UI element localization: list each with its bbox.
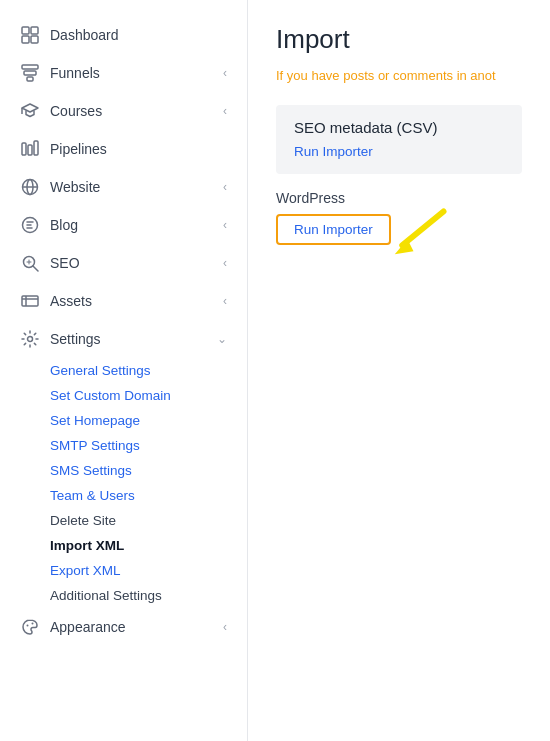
- sidebar-sub-set-custom-domain[interactable]: Set Custom Domain: [50, 383, 247, 408]
- svg-rect-6: [27, 77, 33, 81]
- sidebar-item-website-label: Website: [50, 179, 223, 195]
- sidebar-item-blog[interactable]: Blog ‹: [0, 206, 247, 244]
- svg-rect-3: [31, 36, 38, 43]
- sidebar-item-assets[interactable]: Assets ‹: [0, 282, 247, 320]
- sidebar-item-appearance-label: Appearance: [50, 619, 223, 635]
- blog-chevron-icon: ‹: [223, 218, 227, 232]
- svg-rect-7: [22, 143, 26, 155]
- assets-icon: [20, 291, 40, 311]
- svg-rect-5: [24, 71, 36, 75]
- sidebar-item-website[interactable]: Website ‹: [0, 168, 247, 206]
- wordpress-section: WordPress Run Importer: [276, 190, 522, 245]
- seo-chevron-icon: ‹: [223, 256, 227, 270]
- website-icon: [20, 177, 40, 197]
- svg-line-15: [33, 266, 38, 271]
- sidebar: Dashboard Funnels ‹ Courses ‹: [0, 0, 248, 741]
- sidebar-sub-additional-settings[interactable]: Additional Settings: [50, 583, 247, 608]
- svg-point-21: [28, 337, 33, 342]
- dashboard-icon: [20, 25, 40, 45]
- sidebar-sub-delete-site[interactable]: Delete Site: [50, 508, 247, 533]
- svg-rect-9: [34, 141, 38, 155]
- info-text: If you have posts or comments in anot: [276, 67, 522, 85]
- wordpress-run-importer-button[interactable]: Run Importer: [276, 214, 391, 245]
- assets-chevron-icon: ‹: [223, 294, 227, 308]
- sidebar-sub-smtp-settings[interactable]: SMTP Settings: [50, 433, 247, 458]
- sidebar-sub-general-settings[interactable]: General Settings: [50, 358, 247, 383]
- seo-importer-card: SEO metadata (CSV) Run Importer: [276, 105, 522, 174]
- sidebar-sub-export-xml[interactable]: Export XML: [50, 558, 247, 583]
- sidebar-item-courses[interactable]: Courses ‹: [0, 92, 247, 130]
- settings-submenu: General Settings Set Custom Domain Set H…: [0, 358, 247, 608]
- seo-run-importer-link[interactable]: Run Importer: [294, 144, 373, 159]
- sidebar-item-seo[interactable]: SEO ‹: [0, 244, 247, 282]
- courses-icon: [20, 101, 40, 121]
- seo-card-title: SEO metadata (CSV): [294, 119, 504, 136]
- sidebar-item-pipelines[interactable]: Pipelines: [0, 130, 247, 168]
- sidebar-item-blog-label: Blog: [50, 217, 223, 233]
- sidebar-item-pipelines-label: Pipelines: [50, 141, 227, 157]
- svg-point-23: [32, 623, 34, 625]
- sidebar-item-dashboard-label: Dashboard: [50, 27, 227, 43]
- sidebar-sub-sms-settings[interactable]: SMS Settings: [50, 458, 247, 483]
- sidebar-sub-import-xml[interactable]: Import XML: [50, 533, 247, 558]
- pipelines-icon: [20, 139, 40, 159]
- appearance-chevron-icon: ‹: [223, 620, 227, 634]
- funnels-icon: [20, 63, 40, 83]
- sidebar-item-funnels-label: Funnels: [50, 65, 223, 81]
- sidebar-item-funnels[interactable]: Funnels ‹: [0, 54, 247, 92]
- svg-rect-0: [22, 27, 29, 34]
- svg-rect-2: [22, 36, 29, 43]
- settings-label: Settings: [50, 331, 217, 347]
- seo-icon: [20, 253, 40, 273]
- sidebar-item-seo-label: SEO: [50, 255, 223, 271]
- sidebar-sub-set-homepage[interactable]: Set Homepage: [50, 408, 247, 433]
- sidebar-item-courses-label: Courses: [50, 103, 223, 119]
- blog-icon: [20, 215, 40, 235]
- appearance-icon: [20, 617, 40, 637]
- settings-chevron-icon: ⌄: [217, 332, 227, 346]
- website-chevron-icon: ‹: [223, 180, 227, 194]
- page-title: Import: [276, 24, 522, 55]
- svg-rect-8: [28, 145, 32, 155]
- sidebar-item-assets-label: Assets: [50, 293, 223, 309]
- run-importer-container: Run Importer: [276, 214, 391, 245]
- svg-point-22: [27, 625, 29, 627]
- sidebar-sub-team-users[interactable]: Team & Users: [50, 483, 247, 508]
- sidebar-item-appearance[interactable]: Appearance ‹: [0, 608, 247, 646]
- settings-icon: [20, 329, 40, 349]
- sidebar-item-settings[interactable]: Settings ⌄: [0, 320, 247, 358]
- courses-chevron-icon: ‹: [223, 104, 227, 118]
- yellow-arrow-annotation: [391, 204, 451, 264]
- svg-rect-4: [22, 65, 38, 69]
- main-content: Import If you have posts or comments in …: [248, 0, 550, 741]
- svg-rect-1: [31, 27, 38, 34]
- sidebar-item-dashboard[interactable]: Dashboard: [0, 16, 247, 54]
- svg-rect-18: [22, 296, 38, 306]
- funnels-chevron-icon: ‹: [223, 66, 227, 80]
